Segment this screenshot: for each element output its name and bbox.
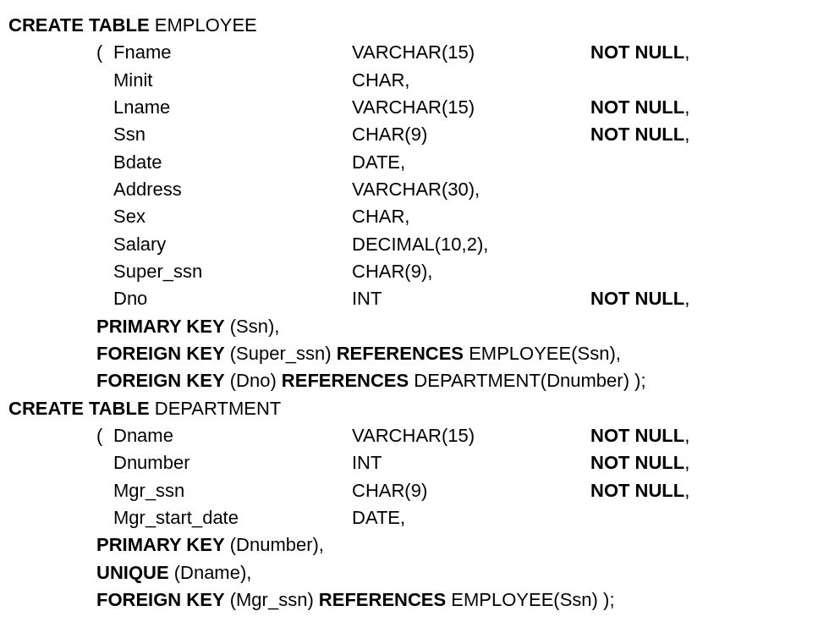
column-type: VARCHAR(15)	[352, 39, 590, 66]
create-table-keyword: CREATE TABLE	[8, 398, 150, 419]
column-constraint: NOT NULL,	[590, 121, 689, 148]
column-definition: Salary DECIMAL(10,2),	[8, 231, 832, 258]
column-definition: Super_ssn CHAR(9),	[8, 258, 832, 285]
open-paren: (	[96, 39, 113, 66]
foreign-key-constraint: FOREIGN KEY (Dno) REFERENCES DEPARTMENT(…	[8, 367, 832, 394]
foreign-key-constraint: FOREIGN KEY (Super_ssn) REFERENCES EMPLO…	[8, 340, 832, 367]
column-type: CHAR,	[352, 67, 590, 94]
column-definition: Dno INT NOT NULL,	[8, 285, 832, 312]
column-name: Fname	[113, 39, 352, 66]
column-name: Dname	[113, 422, 352, 449]
column-type: CHAR(9)	[352, 121, 590, 148]
column-definition: Lname VARCHAR(15) NOT NULL,	[8, 94, 832, 121]
open-paren: (	[96, 422, 113, 449]
table-name: EMPLOYEE	[155, 14, 257, 36]
column-type: VARCHAR(15)	[352, 94, 590, 121]
column-name: Dno	[113, 285, 352, 312]
column-definition: Address VARCHAR(30),	[8, 176, 832, 203]
foreign-key-constraint: FOREIGN KEY (Mgr_ssn) REFERENCES EMPLOYE…	[8, 586, 832, 614]
column-constraint: NOT NULL,	[590, 94, 689, 121]
column-name: Bdate	[113, 149, 352, 176]
column-name: Ssn	[113, 121, 352, 148]
column-constraint: NOT NULL,	[590, 449, 689, 476]
column-type: INT	[352, 285, 590, 312]
column-type: DATE,	[352, 504, 590, 531]
column-type: CHAR(9),	[352, 258, 590, 285]
column-definition: ( Dname VARCHAR(15) NOT NULL,	[8, 422, 832, 449]
column-type: VARCHAR(15)	[352, 422, 590, 449]
column-definition: Bdate DATE,	[8, 149, 832, 176]
column-definition: Sex CHAR,	[8, 203, 832, 230]
column-type: INT	[352, 449, 590, 476]
column-name: Dnumber	[113, 449, 352, 476]
column-name: Sex	[113, 203, 352, 230]
create-table-employee: CREATE TABLE EMPLOYEE	[8, 12, 832, 39]
column-type: CHAR(9)	[352, 477, 590, 504]
unique-constraint: UNIQUE (Dname),	[8, 559, 832, 586]
column-definition: ( Fname VARCHAR(15) NOT NULL,	[8, 39, 832, 66]
column-name: Super_ssn	[113, 258, 352, 285]
column-definition: Mgr_ssn CHAR(9) NOT NULL,	[8, 477, 832, 504]
column-name: Lname	[113, 94, 352, 121]
column-name: Mgr_ssn	[113, 477, 352, 504]
column-constraint: NOT NULL,	[590, 39, 689, 66]
column-type: DECIMAL(10,2),	[352, 231, 590, 258]
create-table-department: CREATE TABLE DEPARTMENT	[8, 395, 832, 422]
column-definition: Dnumber INT NOT NULL,	[8, 449, 832, 476]
column-definition: Minit CHAR,	[8, 67, 832, 94]
column-name: Mgr_start_date	[113, 504, 352, 531]
primary-key-constraint: PRIMARY KEY (Ssn),	[8, 313, 832, 340]
column-constraint: NOT NULL,	[590, 477, 689, 504]
column-definition: Ssn CHAR(9) NOT NULL,	[8, 121, 832, 148]
create-table-keyword: CREATE TABLE	[8, 14, 150, 36]
column-type: VARCHAR(30),	[352, 176, 590, 203]
column-constraint: NOT NULL,	[590, 285, 689, 312]
column-type: DATE,	[352, 149, 590, 176]
primary-key-constraint: PRIMARY KEY (Dnumber),	[8, 531, 832, 559]
sql-ddl-block: CREATE TABLE EMPLOYEE ( Fname VARCHAR(15…	[8, 12, 832, 614]
table-name: DEPARTMENT	[155, 398, 282, 419]
column-constraint: NOT NULL,	[590, 422, 689, 449]
column-definition: Mgr_start_date DATE,	[8, 504, 832, 531]
column-name: Minit	[113, 67, 352, 94]
column-name: Address	[113, 176, 352, 203]
column-name: Salary	[113, 231, 352, 258]
column-type: CHAR,	[352, 203, 590, 230]
